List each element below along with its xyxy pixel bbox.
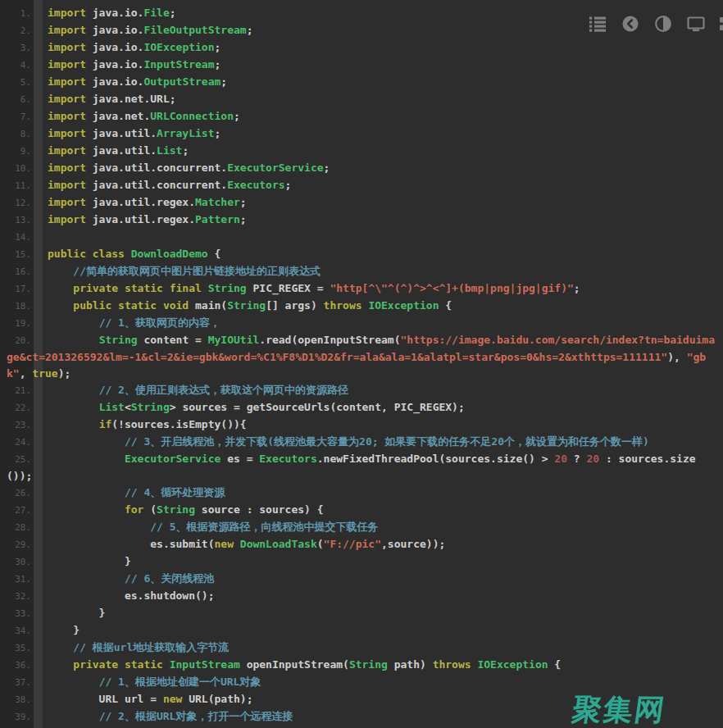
code-token: [163, 658, 170, 671]
code-token: for: [125, 503, 143, 516]
line-number: 21.: [7, 383, 48, 399]
line-number: 29.: [7, 537, 48, 553]
code-token: [] args): [266, 299, 323, 312]
code-line: 7.import java.net.URLConnection;: [7, 108, 720, 125]
code-token: import: [48, 144, 86, 157]
code-token: ;: [215, 127, 221, 139]
line-number: 5.: [7, 75, 48, 91]
line-number: 24.: [7, 435, 48, 451]
code-line: 10.import java.util.concurrent.ExecutorS…: [7, 160, 720, 177]
line-number: 2.: [7, 23, 48, 39]
code-token: }: [48, 607, 105, 619]
code-token: ;: [182, 144, 189, 157]
code-line: 13.import java.util.regex.Pattern;: [7, 212, 720, 229]
code-token: FileOutputStream: [143, 24, 246, 36]
code-line: 5.import java.io.OutputStream;: [7, 74, 720, 91]
code-token: String: [131, 401, 170, 413]
code-token: URLConnection: [150, 110, 234, 122]
code-line: 35. // 根据url地址获取输入字节流: [7, 639, 720, 657]
code-token: "F://pic": [324, 538, 381, 550]
code-token: [48, 710, 99, 722]
code-line: 31. // 6、关闭线程池: [7, 571, 720, 588]
code-token: .newFixedThreadPool(sources.size() >: [317, 453, 555, 465]
line-number: 14.: [7, 230, 48, 246]
code-token: ExecutorService: [125, 453, 221, 465]
code-line: 23. if(!sources.isEmpty()){: [7, 416, 720, 434]
code-token: String: [157, 503, 195, 516]
list-icon[interactable]: [588, 14, 607, 34]
code-line: 16. //简单的获取网页中图片图片链接地址的正则表达式: [7, 263, 720, 280]
code-token: ;: [240, 213, 247, 225]
code-token: es.shutdown();: [48, 589, 215, 602]
code-line: 19. // 1、获取网页的内容，: [7, 315, 720, 332]
code-token: java.io.: [86, 41, 143, 53]
code-token: import: [48, 93, 86, 105]
line-number: 20.: [7, 333, 48, 349]
line-number: 3.: [7, 40, 48, 57]
code-line: 3.import java.io.IOException;: [7, 39, 720, 57]
code-token: ;: [247, 24, 253, 36]
code-token: PIC_REGEX =: [247, 282, 330, 294]
line-number: 34.: [7, 623, 48, 639]
code-line: 29. es.submit(new DownLoadTask("F://pic"…: [7, 536, 720, 553]
code-token: [48, 572, 125, 585]
line-number: 7.: [7, 109, 48, 125]
code-token: private static final: [73, 282, 202, 294]
code-token: java.util.: [86, 144, 157, 157]
code-token: source : sources) {: [195, 503, 324, 516]
code-token: java.io.: [86, 24, 143, 36]
code-line: 36. private static InputStream openInput…: [7, 657, 720, 674]
code-token: ,: [20, 367, 33, 380]
code-token: es.submit(: [48, 538, 215, 550]
line-number: 31.: [7, 571, 48, 588]
more-partial-icon[interactable]: [719, 14, 723, 34]
code-line: 14.: [7, 229, 720, 246]
code-token: //简单的获取网页中图片图片链接地址的正则表达式: [73, 265, 321, 277]
code-token: import: [48, 179, 86, 191]
code-token: import: [48, 58, 86, 71]
code-token: [48, 521, 150, 533]
code-token: [48, 453, 125, 465]
code-token: ),: [667, 351, 686, 363]
code-token: java.net.URL;: [86, 93, 176, 105]
line-number: 11.: [7, 178, 48, 194]
code-line: 25. ExecutorService es = Executors.newFi…: [7, 451, 720, 485]
code-token: ;: [240, 196, 247, 208]
code-token: [48, 503, 125, 516]
code-line: 9.import java.util.List;: [7, 143, 720, 160]
code-token: (!sources.isEmpty()){: [111, 418, 246, 430]
code-token: <: [125, 401, 131, 413]
code-line: 17. private static final String PIC_REGE…: [7, 280, 720, 298]
line-number: 4.: [7, 57, 48, 74]
code-token: ;: [215, 58, 221, 71]
contrast-icon[interactable]: [653, 14, 673, 34]
code-token: [48, 486, 125, 498]
line-number: 1.: [7, 6, 48, 22]
back-icon[interactable]: [621, 14, 640, 34]
code-token: throws: [324, 299, 362, 312]
code-token: import: [48, 196, 86, 208]
code-token: import: [48, 110, 86, 122]
code-token: }: [48, 624, 80, 636]
code-token: Executors: [259, 453, 316, 465]
code-token: ?: [567, 453, 586, 465]
line-number: 23.: [7, 417, 48, 434]
code-token: String: [99, 334, 138, 346]
line-number: 28.: [7, 520, 48, 536]
code-token: [234, 538, 240, 550]
code-token: [48, 384, 99, 396]
line-number: 25.: [7, 452, 48, 468]
code-line: 32. es.shutdown();: [7, 588, 720, 605]
code-token: ExecutorService: [227, 162, 323, 174]
code-token: Pattern: [195, 213, 240, 225]
monitor-icon[interactable]: [686, 14, 706, 34]
code-token: true: [32, 367, 57, 380]
code-line: 18. public static void main(String[] arg…: [7, 298, 720, 315]
line-number: 33.: [7, 606, 48, 622]
line-number: 16.: [7, 264, 48, 280]
watermark: 聚集网: [570, 690, 669, 728]
line-number: 27.: [7, 503, 48, 519]
code-token: java.util.regex.: [86, 213, 195, 225]
code-token: [48, 265, 73, 277]
code-line: 21. // 2、使用正则表达式，获取这个网页中的资源路径: [7, 382, 720, 399]
